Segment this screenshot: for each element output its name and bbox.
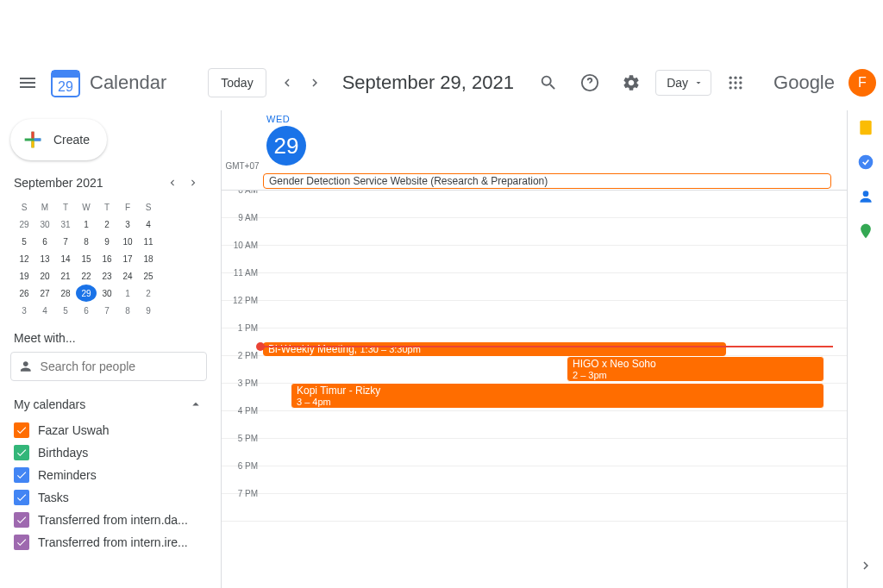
mini-day-cell[interactable]: 4 — [34, 302, 55, 319]
hour-row[interactable]: 9 AM — [222, 218, 847, 246]
settings-button[interactable] — [614, 66, 648, 100]
next-day-button[interactable] — [301, 69, 329, 97]
calendar-list-item[interactable]: Reminders — [14, 464, 204, 486]
mini-day-cell[interactable]: 29 — [76, 285, 97, 302]
calendar-checkbox[interactable] — [14, 512, 29, 528]
mini-day-cell[interactable]: 6 — [76, 302, 97, 319]
search-icon — [539, 73, 558, 92]
hour-slot[interactable] — [263, 218, 847, 245]
mini-day-cell[interactable]: 21 — [55, 267, 76, 285]
mini-day-cell[interactable]: 22 — [76, 267, 97, 285]
mini-day-cell[interactable]: 5 — [14, 233, 34, 250]
event-higo[interactable]: HIGO x Neo Soho 2 – 3pm — [567, 356, 824, 382]
mini-day-cell[interactable]: 12 — [14, 250, 34, 267]
mini-day-cell[interactable]: 29 — [14, 216, 34, 233]
today-button[interactable]: Today — [208, 68, 266, 97]
prev-day-button[interactable] — [273, 69, 301, 97]
mini-day-cell[interactable]: 2 — [138, 285, 159, 302]
mini-day-cell[interactable]: 27 — [34, 285, 55, 302]
calendar-list-item[interactable]: Transferred from intern.ire... — [14, 531, 204, 554]
mini-day-cell[interactable]: 4 — [138, 216, 159, 233]
calendar-list-item[interactable]: Birthdays — [14, 441, 204, 464]
mini-day-cell[interactable]: 16 — [97, 250, 117, 267]
mini-day-cell[interactable]: 13 — [34, 250, 55, 267]
calendar-checkbox[interactable] — [14, 422, 29, 438]
apps-button[interactable] — [718, 66, 753, 100]
mini-day-cell[interactable]: 14 — [55, 250, 76, 267]
mini-day-cell[interactable]: 3 — [14, 302, 34, 319]
hour-slot[interactable] — [263, 191, 847, 217]
mini-prev-month[interactable] — [162, 172, 183, 193]
mini-day-cell[interactable]: 31 — [55, 216, 76, 233]
create-button[interactable]: Create — [10, 119, 107, 160]
hour-slot[interactable] — [263, 466, 847, 493]
calendar-checkbox[interactable] — [14, 490, 29, 505]
mini-day-cell[interactable]: 1 — [117, 285, 138, 302]
allday-event[interactable]: Gender Detection Service Website (Resear… — [263, 173, 831, 189]
mini-day-cell[interactable]: 10 — [117, 233, 138, 250]
hour-slot[interactable] — [263, 439, 847, 466]
mini-day-cell[interactable]: 25 — [138, 267, 159, 285]
mini-next-month[interactable] — [183, 172, 204, 193]
mini-day-cell[interactable]: 7 — [55, 233, 76, 250]
hour-row[interactable]: 5 PM — [222, 439, 847, 466]
mini-day-cell[interactable]: 30 — [34, 216, 55, 233]
keep-icon[interactable] — [857, 119, 874, 136]
mini-day-cell[interactable]: 24 — [117, 267, 138, 285]
mini-day-cell[interactable]: 19 — [14, 267, 34, 285]
my-calendars-toggle[interactable]: My calendars — [7, 391, 210, 417]
support-button[interactable] — [573, 66, 607, 100]
mini-day-cell[interactable]: 1 — [76, 216, 97, 233]
account-avatar[interactable]: F — [849, 69, 876, 97]
mini-day-cell[interactable]: 23 — [97, 267, 117, 285]
day-number[interactable]: 29 — [266, 126, 306, 166]
mini-day-cell[interactable]: 17 — [117, 250, 138, 267]
hour-row[interactable]: 12 PM — [222, 301, 847, 328]
hour-row[interactable]: 8 AM — [222, 191, 847, 218]
mini-weekday-header: T — [55, 198, 76, 216]
event-biweekly[interactable]: Bi-Weekly Meeting, 1:30 – 3:30pm — [263, 342, 726, 356]
search-people-field[interactable] — [10, 352, 207, 381]
hour-row[interactable]: 6 PM — [222, 466, 847, 494]
mini-day-cell[interactable]: 15 — [76, 250, 97, 267]
search-button[interactable] — [531, 66, 566, 100]
event-kopi[interactable]: Kopi Timur - Rizky 3 – 4pm — [291, 383, 824, 409]
collapse-panel-button[interactable] — [852, 552, 880, 579]
hour-slot[interactable] — [263, 494, 847, 521]
mini-day-cell[interactable]: 9 — [97, 233, 117, 250]
view-select[interactable]: Day — [655, 70, 711, 96]
calendar-checkbox[interactable] — [14, 445, 29, 460]
hour-slot[interactable] — [263, 301, 847, 328]
calendar-checkbox[interactable] — [14, 535, 29, 550]
hour-slot[interactable] — [263, 246, 847, 272]
mini-day-cell[interactable]: 28 — [55, 285, 76, 302]
hour-row[interactable]: 10 AM — [222, 246, 847, 273]
tasks-icon[interactable] — [857, 153, 874, 171]
main-menu-button[interactable] — [7, 62, 48, 103]
calendar-list-item[interactable]: Tasks — [14, 486, 204, 509]
mini-day-cell[interactable]: 26 — [14, 285, 34, 302]
mini-day-cell[interactable]: 7 — [97, 302, 117, 319]
mini-day-cell[interactable]: 8 — [117, 302, 138, 319]
calendar-list-item[interactable]: Transferred from intern.da... — [14, 509, 204, 531]
hour-slot[interactable] — [263, 273, 847, 300]
calendar-list-item[interactable]: Fazar Uswah — [14, 419, 204, 441]
contacts-icon[interactable] — [857, 188, 874, 205]
search-people-input[interactable] — [41, 360, 199, 373]
mini-day-cell[interactable]: 9 — [138, 302, 159, 319]
hour-row[interactable]: 11 AM — [222, 273, 847, 301]
mini-day-cell[interactable]: 5 — [55, 302, 76, 319]
mini-day-cell[interactable]: 8 — [76, 233, 97, 250]
hour-slot[interactable] — [263, 411, 847, 438]
calendar-checkbox[interactable] — [14, 467, 29, 483]
mini-day-cell[interactable]: 30 — [97, 285, 117, 302]
mini-day-cell[interactable]: 6 — [34, 233, 55, 250]
hour-row[interactable]: 7 PM — [222, 494, 847, 522]
mini-day-cell[interactable]: 2 — [97, 216, 117, 233]
mini-day-cell[interactable]: 20 — [34, 267, 55, 285]
mini-day-cell[interactable]: 3 — [117, 216, 138, 233]
mini-day-cell[interactable]: 18 — [138, 250, 159, 267]
hour-row[interactable]: 4 PM — [222, 411, 847, 439]
maps-icon[interactable] — [857, 222, 874, 240]
mini-day-cell[interactable]: 11 — [138, 233, 159, 250]
